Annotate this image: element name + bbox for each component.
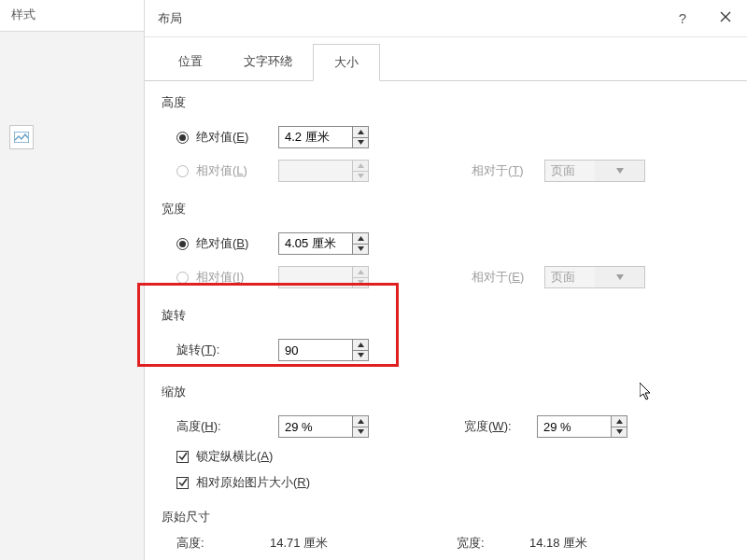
svg-marker-11 <box>358 280 364 285</box>
label-height-relative-to: 相对于(T) <box>472 162 544 179</box>
svg-marker-6 <box>358 174 364 178</box>
label-rotate: 旋转(T): <box>176 342 278 358</box>
spin-up-icon <box>353 161 368 172</box>
spin-up-icon[interactable] <box>353 340 368 351</box>
svg-marker-7 <box>616 168 624 174</box>
label-relative-original: 相对原始图片大小(R) <box>196 474 310 491</box>
label-lock-aspect: 锁定纵横比(A) <box>196 448 273 465</box>
group-original-size-label: 原始尺寸 <box>162 509 730 525</box>
layout-dialog: 布局 ? 位置 文字环绕 大小 高度 绝对值(E) <box>145 0 747 560</box>
svg-marker-15 <box>358 419 364 424</box>
spinner-height-relative <box>278 160 369 182</box>
close-button[interactable] <box>704 0 747 37</box>
chevron-down-icon <box>595 267 644 287</box>
spin-up-icon[interactable] <box>353 127 368 138</box>
spinner-height-absolute[interactable] <box>278 126 369 148</box>
spin-down-icon[interactable] <box>353 138 368 148</box>
radio-width-relative[interactable] <box>176 272 189 284</box>
titlebar: 布局 ? <box>145 0 747 37</box>
radio-height-absolute[interactable] <box>176 132 189 144</box>
spinner-scale-height[interactable] <box>278 415 369 438</box>
group-rotate-label: 旋转 <box>162 307 730 324</box>
spinner-rotate[interactable] <box>278 339 369 361</box>
svg-marker-13 <box>358 343 364 347</box>
combo-height-relative-to: 页面 <box>544 160 645 182</box>
tab-strip: 位置 文字环绕 大小 <box>145 43 747 81</box>
combo-width-relative-to: 页面 <box>544 266 645 288</box>
tab-text-wrap[interactable]: 文字环绕 <box>223 44 313 81</box>
close-icon <box>720 11 731 25</box>
group-height-label: 高度 <box>162 94 730 111</box>
spin-down-icon[interactable] <box>353 427 368 438</box>
input-rotate[interactable] <box>279 340 352 360</box>
spin-down-icon[interactable] <box>612 427 627 438</box>
group-scale-label: 缩放 <box>162 384 730 400</box>
svg-marker-12 <box>616 274 624 280</box>
spinner-width-absolute[interactable] <box>278 232 369 255</box>
label-original-height: 高度: <box>176 535 270 552</box>
dialog-content: 高度 绝对值(E) 相对值(L) <box>145 81 747 552</box>
help-button[interactable]: ? <box>661 0 704 37</box>
input-width-absolute[interactable] <box>279 233 352 254</box>
checkbox-lock-aspect[interactable] <box>176 451 189 463</box>
dialog-title: 布局 <box>158 10 661 27</box>
spin-up-icon[interactable] <box>612 416 627 427</box>
label-scale-width: 宽度(W): <box>464 418 537 435</box>
svg-marker-10 <box>358 270 364 274</box>
input-height-relative <box>279 161 352 181</box>
styles-group-label: 样式 <box>0 0 144 32</box>
picture-style-thumb[interactable] <box>9 125 34 149</box>
spinner-width-relative <box>278 266 369 288</box>
ribbon-panel: 样式 <box>0 0 145 560</box>
label-width-absolute: 绝对值(B) <box>196 235 278 252</box>
label-width-relative: 相对值(I) <box>196 269 278 286</box>
label-scale-height: 高度(H): <box>176 418 278 435</box>
checkbox-relative-original[interactable] <box>176 477 189 489</box>
label-height-relative: 相对值(L) <box>196 162 278 179</box>
label-height-absolute: 绝对值(E) <box>196 129 278 146</box>
group-scale: 缩放 高度(H): 宽度(W): <box>162 384 730 496</box>
label-original-width: 宽度: <box>457 535 529 552</box>
group-original-size: 原始尺寸 高度: 14.71 厘米 宽度: 14.18 厘米 <box>162 509 730 552</box>
label-width-relative-to: 相对于(E) <box>472 269 544 286</box>
svg-marker-4 <box>358 140 364 145</box>
value-original-width: 14.18 厘米 <box>529 535 716 552</box>
value-original-height: 14.71 厘米 <box>270 535 457 552</box>
tab-size[interactable]: 大小 <box>313 44 380 81</box>
input-height-absolute[interactable] <box>279 127 352 147</box>
chevron-down-icon <box>595 161 644 181</box>
svg-marker-17 <box>616 419 623 424</box>
spin-down-icon[interactable] <box>353 351 368 361</box>
group-height: 高度 绝对值(E) 相对值(L) <box>162 94 730 188</box>
spin-down-icon[interactable] <box>353 245 368 255</box>
tab-position[interactable]: 位置 <box>158 44 223 81</box>
svg-marker-8 <box>358 236 364 241</box>
spin-down-icon <box>353 278 368 288</box>
svg-marker-18 <box>616 429 623 434</box>
input-scale-height[interactable] <box>279 416 352 437</box>
svg-marker-9 <box>358 246 364 251</box>
group-rotate: 旋转 旋转(T): <box>162 307 730 367</box>
input-width-relative <box>279 267 352 287</box>
group-width: 宽度 绝对值(B) 相对值(I) <box>162 201 730 294</box>
svg-marker-14 <box>358 353 364 357</box>
spin-down-icon <box>353 172 368 182</box>
spinner-scale-width[interactable] <box>537 415 627 438</box>
svg-marker-5 <box>358 163 364 168</box>
spin-up-icon[interactable] <box>353 416 368 427</box>
spin-up-icon[interactable] <box>353 233 368 245</box>
group-width-label: 宽度 <box>162 201 730 217</box>
svg-marker-3 <box>358 130 364 134</box>
radio-height-relative[interactable] <box>176 165 189 177</box>
input-scale-width[interactable] <box>538 416 611 437</box>
svg-marker-16 <box>358 429 364 434</box>
spin-up-icon <box>353 267 368 278</box>
radio-width-absolute[interactable] <box>176 238 189 250</box>
